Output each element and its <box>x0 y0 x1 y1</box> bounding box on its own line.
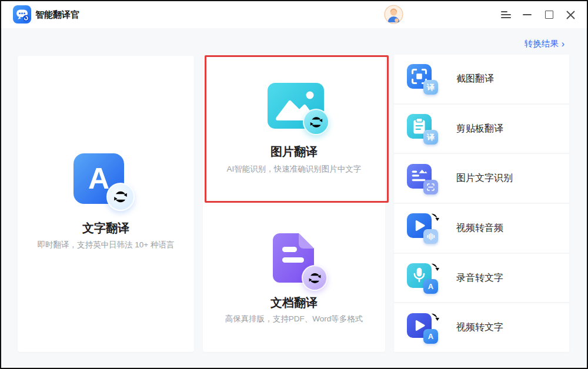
tools-sidebar: 译 截图翻译 译 剪贴板翻译 <box>394 55 569 352</box>
menu-button[interactable] <box>499 8 513 22</box>
sidebar-item-label: 视频转音频 <box>456 222 503 234</box>
sidebar-item-label: 截图翻译 <box>456 73 494 85</box>
text-translate-card[interactable]: A 文字翻译 即时翻译，支持英中日韩法 10+ 种语言 <box>18 56 194 352</box>
sidebar-item-audio-to-text[interactable]: A 录音转文字 <box>394 254 569 304</box>
translate-badge: 译 <box>423 130 438 145</box>
conversion-results-link[interactable]: 转换结果 › <box>524 38 564 49</box>
letter-a-badge: A <box>423 329 438 344</box>
scan-badge <box>423 180 438 194</box>
sidebar-item-video-to-audio[interactable]: 视频转音频 <box>394 204 569 254</box>
sidebar-item-label: 图片文字识别 <box>456 172 513 184</box>
sidebar-item-image-ocr[interactable]: 图片文字识别 <box>394 154 569 204</box>
doc-translate-subtitle: 高保真排版，支持PDF、Word等多格式 <box>203 314 385 324</box>
sync-icon <box>303 109 329 135</box>
clipboard-translate-icon: 译 <box>407 112 440 145</box>
video-to-text-icon: A <box>407 311 440 344</box>
image-translate-title: 图片翻译 <box>203 144 385 160</box>
letter-a-badge: A <box>423 279 438 294</box>
convert-arrow-icon <box>430 311 440 321</box>
app-window: 智能翻译官 转换结果 › <box>0 0 588 369</box>
image-translate-subtitle: AI智能识别，快速准确识别图片中文字 <box>203 164 385 175</box>
center-card: 图片翻译 AI智能识别，快速准确识别图片中文字 文档翻译 高保 <box>203 56 385 352</box>
doc-translate-section[interactable]: 文档翻译 高保真排版，支持PDF、Word等多格式 <box>203 206 385 352</box>
app-logo-icon <box>13 5 31 24</box>
translate-badge: 译 <box>423 80 438 95</box>
text-translate-subtitle: 即时翻译，支持英中日韩法 10+ 种语言 <box>18 240 194 250</box>
sidebar-item-video-to-text[interactable]: A 视频转文字 <box>394 303 569 352</box>
chevron-right-icon: › <box>562 39 564 49</box>
close-button[interactable] <box>563 8 577 22</box>
minimize-button[interactable] <box>520 8 534 22</box>
image-ocr-icon <box>407 162 440 195</box>
sidebar-item-label: 视频转文字 <box>456 321 503 334</box>
sidebar-item-clipboard-translate[interactable]: 译 剪贴板翻译 <box>394 105 569 155</box>
sync-icon <box>302 265 328 291</box>
sidebar-item-label: 录音转文字 <box>456 272 503 284</box>
audio-to-text-icon: A <box>407 261 440 294</box>
doc-translate-icon <box>269 231 340 290</box>
text-translate-icon: A <box>74 153 144 212</box>
doc-translate-title: 文档翻译 <box>203 295 385 311</box>
convert-arrow-icon <box>430 261 440 271</box>
waveform-badge <box>423 229 438 244</box>
titlebar: 智能翻译官 <box>1 1 587 28</box>
image-translate-icon <box>268 83 338 139</box>
video-to-audio-icon <box>407 212 440 244</box>
convert-arrow-icon <box>430 212 440 222</box>
image-translate-section[interactable]: 图片翻译 AI智能识别，快速准确识别图片中文字 <box>203 56 385 200</box>
sync-icon <box>106 183 135 211</box>
screenshot-translate-icon: 译 <box>407 62 440 95</box>
user-avatar[interactable] <box>384 5 403 24</box>
maximize-button[interactable] <box>542 8 556 22</box>
app-title: 智能翻译官 <box>35 1 79 28</box>
sidebar-item-label: 剪贴板翻译 <box>456 123 503 135</box>
conversion-results-label: 转换结果 <box>524 38 559 49</box>
text-translate-title: 文字翻译 <box>18 220 194 236</box>
sidebar-item-screenshot-translate[interactable]: 译 截图翻译 <box>394 55 569 105</box>
